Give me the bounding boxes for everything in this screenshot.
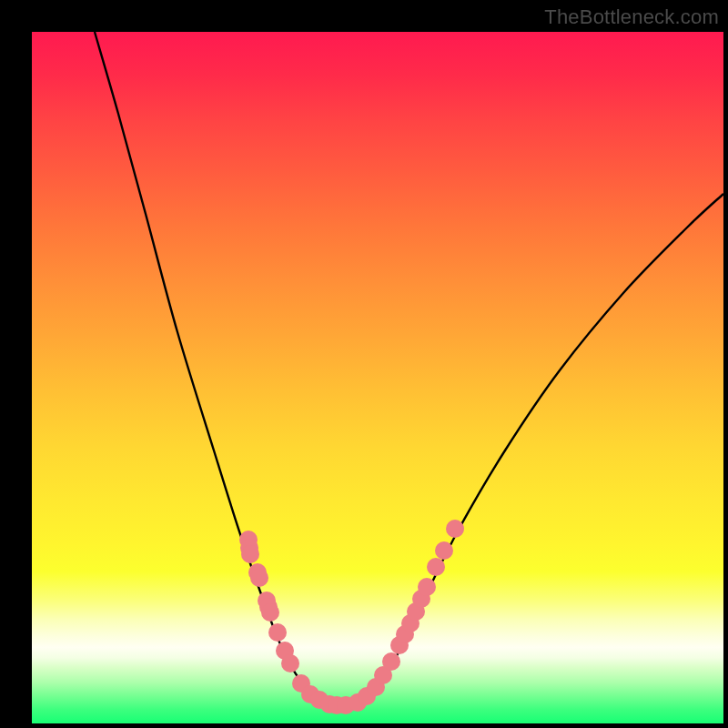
data-marker xyxy=(281,654,299,672)
data-marker xyxy=(241,545,259,563)
plot-area xyxy=(32,32,723,723)
data-marker xyxy=(261,603,279,622)
marker-group xyxy=(239,520,464,714)
data-marker xyxy=(250,569,268,587)
outer-frame: TheBottleneck.com xyxy=(0,0,728,728)
data-marker xyxy=(427,558,445,576)
data-marker xyxy=(268,623,287,642)
data-marker xyxy=(435,541,453,560)
data-marker xyxy=(382,652,400,671)
data-marker xyxy=(418,578,436,596)
chart-svg xyxy=(32,32,723,723)
data-marker xyxy=(446,520,464,538)
watermark-text: TheBottleneck.com xyxy=(544,5,719,29)
